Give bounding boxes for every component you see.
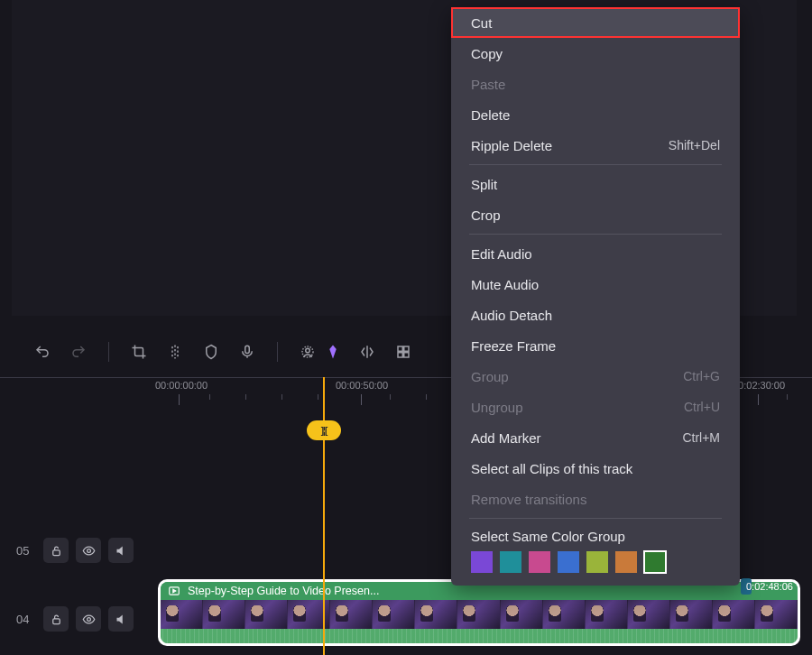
svg-rect-3 xyxy=(398,346,402,351)
clip-audio-waveform xyxy=(161,629,798,643)
ruler-label: 00:00:00:00 xyxy=(155,380,208,391)
svg-rect-7 xyxy=(52,549,60,555)
menu-item-audio-detach[interactable]: Audio Detach xyxy=(451,300,740,330)
menu-item-add-marker[interactable]: Add MarkerCtrl+M xyxy=(451,422,740,453)
track-lock-button[interactable] xyxy=(43,538,69,563)
color-swatch[interactable] xyxy=(558,551,579,573)
svg-point-2 xyxy=(306,348,310,353)
clip-title: Step-by-Step Guide to Video Presen... xyxy=(188,585,379,597)
mirror-button[interactable] xyxy=(357,342,377,362)
menu-item-split[interactable]: Split xyxy=(451,169,740,199)
color-swatch[interactable] xyxy=(471,551,493,573)
menu-item-label: Split xyxy=(471,177,497,192)
svg-rect-9 xyxy=(52,618,60,623)
video-clip[interactable]: Step-by-Step Guide to Video Presen... xyxy=(158,579,800,646)
color-swatch[interactable] xyxy=(586,551,608,573)
track-number: 04 xyxy=(16,613,36,626)
voiceover-button[interactable] xyxy=(237,342,257,362)
clip-thumbnails xyxy=(161,600,798,629)
gem-icon xyxy=(325,344,341,360)
menu-item-group: GroupCtrl+G xyxy=(451,361,740,392)
menu-item-ungroup: UngroupCtrl+U xyxy=(451,392,740,422)
menu-item-label: Crop xyxy=(471,208,501,223)
menu-item-shortcut: Shift+Del xyxy=(669,138,720,152)
track-number: 05 xyxy=(16,544,36,558)
crop-button[interactable] xyxy=(129,342,149,362)
menu-item-copy[interactable]: Copy xyxy=(451,38,740,69)
menu-item-ripple-delete[interactable]: Ripple DeleteShift+Del xyxy=(451,130,740,161)
grid-button[interactable] xyxy=(393,342,413,362)
clip-context-menu: CutCopyPasteDeleteRipple DeleteShift+Del… xyxy=(451,7,740,586)
menu-separator xyxy=(469,518,722,519)
menu-item-label: Add Marker xyxy=(471,430,541,446)
svg-rect-0 xyxy=(245,346,250,353)
ai-button[interactable] xyxy=(298,342,318,362)
menu-separator xyxy=(469,164,722,165)
playhead[interactable] xyxy=(323,377,325,655)
track-visibility-button[interactable] xyxy=(76,538,101,563)
ruler-label: 00:00:50:00 xyxy=(336,380,388,391)
menu-item-label: Ungroup xyxy=(471,400,523,415)
color-swatch[interactable] xyxy=(500,551,521,573)
marker-button[interactable] xyxy=(201,342,221,362)
track-lock-button[interactable] xyxy=(43,606,69,632)
track-mute-button[interactable] xyxy=(108,606,134,632)
menu-item-label: Remove transitions xyxy=(471,492,586,507)
color-swatch[interactable] xyxy=(615,551,637,573)
menu-item-label: Select all Clips of this track xyxy=(471,461,632,476)
menu-item-label: Mute Audio xyxy=(471,277,539,292)
menu-item-freeze-frame[interactable]: Freeze Frame xyxy=(451,330,740,361)
track-visibility-button[interactable] xyxy=(76,606,101,632)
menu-item-label: Group xyxy=(471,369,509,384)
ruler-label: 00:02:30:00 xyxy=(733,380,785,391)
clip-type-icon xyxy=(168,585,180,597)
svg-rect-4 xyxy=(404,346,409,351)
playhead-handle[interactable]: ]¦[ xyxy=(307,420,341,440)
menu-item-label: Audio Detach xyxy=(471,308,552,323)
split-button[interactable] xyxy=(165,342,185,362)
menu-item-cut[interactable]: Cut xyxy=(451,7,740,38)
menu-item-select-all-clips-of-this-track[interactable]: Select all Clips of this track xyxy=(451,453,740,484)
menu-heading-color: Select Same Color Group xyxy=(451,522,740,549)
menu-item-label: Freeze Frame xyxy=(471,338,556,354)
menu-item-shortcut: Ctrl+G xyxy=(683,369,720,383)
svg-rect-6 xyxy=(404,353,409,357)
menu-separator xyxy=(469,234,722,235)
svg-point-8 xyxy=(87,549,90,552)
menu-item-crop[interactable]: Crop xyxy=(451,199,740,230)
menu-item-edit-audio[interactable]: Edit Audio xyxy=(451,238,740,269)
color-swatch[interactable] xyxy=(644,551,666,573)
menu-item-remove-transitions: Remove transitions xyxy=(451,484,740,514)
menu-item-mute-audio[interactable]: Mute Audio xyxy=(451,269,740,300)
menu-item-label: Delete xyxy=(471,107,510,123)
undo-button[interactable] xyxy=(32,342,52,362)
menu-item-shortcut: Ctrl+M xyxy=(682,430,720,445)
menu-item-label: Copy xyxy=(471,46,503,61)
separator xyxy=(108,342,109,362)
redo-button[interactable] xyxy=(69,342,88,362)
menu-item-shortcut: Ctrl+U xyxy=(684,400,720,414)
menu-item-label: Paste xyxy=(471,77,505,92)
clip-duration-badge: 0:02:48:06 xyxy=(741,578,752,595)
menu-item-label: Cut xyxy=(471,15,492,31)
svg-point-10 xyxy=(87,617,90,621)
color-swatch-row xyxy=(451,549,740,573)
color-swatch[interactable] xyxy=(529,551,550,573)
track-mute-button[interactable] xyxy=(108,538,134,563)
menu-item-delete[interactable]: Delete xyxy=(451,99,740,130)
menu-item-label: Ripple Delete xyxy=(471,138,552,153)
separator xyxy=(277,342,278,362)
menu-item-paste: Paste xyxy=(451,69,740,99)
svg-rect-5 xyxy=(398,353,402,357)
menu-item-label: Edit Audio xyxy=(471,246,532,262)
